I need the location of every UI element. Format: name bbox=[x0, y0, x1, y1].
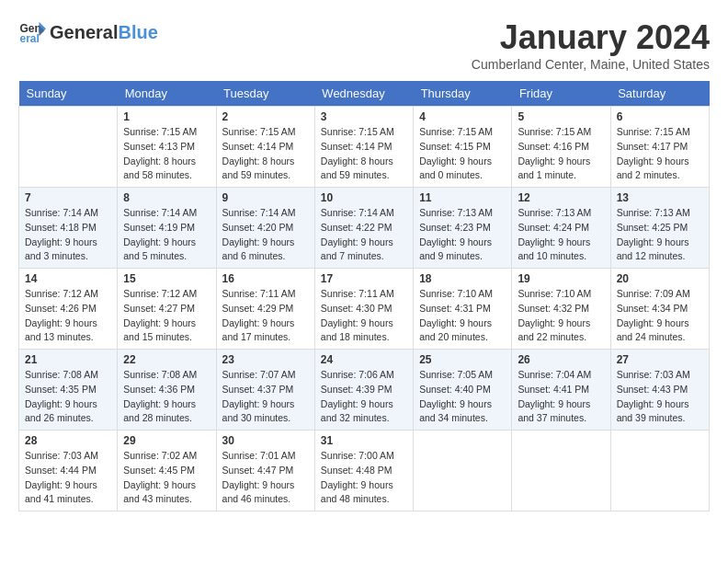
logo-blue-text: Blue bbox=[118, 22, 157, 43]
day-info: Sunrise: 7:10 AMSunset: 4:31 PMDaylight:… bbox=[419, 287, 506, 345]
day-number: 8 bbox=[123, 191, 210, 204]
day-number: 1 bbox=[123, 110, 210, 123]
page-header: Gen eral General Blue January 2024 Cumbe… bbox=[18, 18, 710, 72]
day-info: Sunrise: 7:09 AMSunset: 4:34 PMDaylight:… bbox=[617, 287, 703, 345]
day-number: 9 bbox=[222, 191, 309, 204]
logo: Gen eral General Blue bbox=[18, 18, 158, 46]
day-number: 24 bbox=[321, 353, 407, 366]
day-number: 13 bbox=[617, 191, 703, 204]
day-number: 23 bbox=[222, 353, 309, 366]
week-row-5: 28Sunrise: 7:03 AMSunset: 4:44 PMDayligh… bbox=[19, 431, 710, 511]
weekday-header-sunday: Sunday bbox=[19, 81, 118, 107]
calendar-cell: 21Sunrise: 7:08 AMSunset: 4:35 PMDayligh… bbox=[19, 350, 118, 431]
day-info: Sunrise: 7:13 AMSunset: 4:24 PMDaylight:… bbox=[518, 206, 604, 264]
day-info: Sunrise: 7:00 AMSunset: 4:48 PMDaylight:… bbox=[321, 449, 407, 507]
day-number: 6 bbox=[617, 110, 703, 123]
day-info: Sunrise: 7:14 AMSunset: 4:19 PMDaylight:… bbox=[123, 206, 210, 264]
day-number: 19 bbox=[518, 272, 604, 285]
day-info: Sunrise: 7:08 AMSunset: 4:36 PMDaylight:… bbox=[123, 368, 210, 426]
location-title: Cumberland Center, Maine, United States bbox=[472, 57, 710, 72]
day-number: 5 bbox=[518, 110, 604, 123]
calendar-cell: 24Sunrise: 7:06 AMSunset: 4:39 PMDayligh… bbox=[314, 350, 413, 431]
day-info: Sunrise: 7:14 AMSunset: 4:22 PMDaylight:… bbox=[321, 206, 407, 264]
logo-icon: Gen eral bbox=[18, 18, 46, 46]
logo-general-text: General bbox=[50, 22, 118, 43]
day-number: 26 bbox=[518, 353, 604, 366]
day-info: Sunrise: 7:14 AMSunset: 4:20 PMDaylight:… bbox=[222, 206, 309, 264]
day-info: Sunrise: 7:15 AMSunset: 4:15 PMDaylight:… bbox=[419, 125, 506, 183]
calendar-cell bbox=[19, 107, 118, 188]
day-number: 7 bbox=[25, 191, 111, 204]
day-info: Sunrise: 7:15 AMSunset: 4:14 PMDaylight:… bbox=[222, 125, 309, 183]
calendar-cell: 26Sunrise: 7:04 AMSunset: 4:41 PMDayligh… bbox=[512, 350, 610, 431]
calendar-cell: 13Sunrise: 7:13 AMSunset: 4:25 PMDayligh… bbox=[610, 188, 709, 269]
day-info: Sunrise: 7:02 AMSunset: 4:45 PMDaylight:… bbox=[123, 449, 210, 507]
day-number: 20 bbox=[617, 272, 703, 285]
day-number: 31 bbox=[321, 434, 407, 447]
day-number: 14 bbox=[25, 272, 111, 285]
calendar-cell: 1Sunrise: 7:15 AMSunset: 4:13 PMDaylight… bbox=[118, 107, 216, 188]
calendar-cell: 9Sunrise: 7:14 AMSunset: 4:20 PMDaylight… bbox=[216, 188, 314, 269]
month-title: January 2024 bbox=[472, 18, 710, 57]
calendar-cell: 25Sunrise: 7:05 AMSunset: 4:40 PMDayligh… bbox=[414, 350, 512, 431]
calendar-cell bbox=[610, 431, 709, 511]
title-block: January 2024 Cumberland Center, Maine, U… bbox=[472, 18, 710, 72]
calendar-cell: 3Sunrise: 7:15 AMSunset: 4:14 PMDaylight… bbox=[314, 107, 413, 188]
day-number: 21 bbox=[25, 353, 111, 366]
day-info: Sunrise: 7:11 AMSunset: 4:29 PMDaylight:… bbox=[222, 287, 309, 345]
day-number: 16 bbox=[222, 272, 309, 285]
calendar-cell: 31Sunrise: 7:00 AMSunset: 4:48 PMDayligh… bbox=[314, 431, 413, 511]
calendar-cell: 29Sunrise: 7:02 AMSunset: 4:45 PMDayligh… bbox=[118, 431, 216, 511]
day-info: Sunrise: 7:11 AMSunset: 4:30 PMDaylight:… bbox=[321, 287, 407, 345]
day-number: 25 bbox=[419, 353, 506, 366]
calendar-cell: 27Sunrise: 7:03 AMSunset: 4:43 PMDayligh… bbox=[610, 350, 709, 431]
calendar-cell: 4Sunrise: 7:15 AMSunset: 4:15 PMDaylight… bbox=[414, 107, 512, 188]
day-info: Sunrise: 7:13 AMSunset: 4:25 PMDaylight:… bbox=[617, 206, 703, 264]
calendar-table: SundayMondayTuesdayWednesdayThursdayFrid… bbox=[18, 81, 710, 511]
calendar-cell: 30Sunrise: 7:01 AMSunset: 4:47 PMDayligh… bbox=[216, 431, 314, 511]
day-info: Sunrise: 7:03 AMSunset: 4:43 PMDaylight:… bbox=[617, 368, 703, 426]
week-row-4: 21Sunrise: 7:08 AMSunset: 4:35 PMDayligh… bbox=[19, 350, 710, 431]
day-number: 22 bbox=[123, 353, 210, 366]
calendar-cell: 19Sunrise: 7:10 AMSunset: 4:32 PMDayligh… bbox=[512, 269, 610, 350]
calendar-cell: 8Sunrise: 7:14 AMSunset: 4:19 PMDaylight… bbox=[118, 188, 216, 269]
week-row-1: 1Sunrise: 7:15 AMSunset: 4:13 PMDaylight… bbox=[19, 107, 710, 188]
calendar-cell: 5Sunrise: 7:15 AMSunset: 4:16 PMDaylight… bbox=[512, 107, 610, 188]
weekday-header-saturday: Saturday bbox=[610, 81, 709, 107]
weekday-header-monday: Monday bbox=[118, 81, 216, 107]
calendar-cell: 7Sunrise: 7:14 AMSunset: 4:18 PMDaylight… bbox=[19, 188, 118, 269]
calendar-cell: 15Sunrise: 7:12 AMSunset: 4:27 PMDayligh… bbox=[118, 269, 216, 350]
day-info: Sunrise: 7:03 AMSunset: 4:44 PMDaylight:… bbox=[25, 449, 111, 507]
calendar-cell: 23Sunrise: 7:07 AMSunset: 4:37 PMDayligh… bbox=[216, 350, 314, 431]
calendar-cell bbox=[414, 431, 512, 511]
calendar-cell: 22Sunrise: 7:08 AMSunset: 4:36 PMDayligh… bbox=[118, 350, 216, 431]
day-number: 15 bbox=[123, 272, 210, 285]
calendar-cell: 11Sunrise: 7:13 AMSunset: 4:23 PMDayligh… bbox=[414, 188, 512, 269]
day-info: Sunrise: 7:10 AMSunset: 4:32 PMDaylight:… bbox=[518, 287, 604, 345]
day-number: 30 bbox=[222, 434, 309, 447]
day-info: Sunrise: 7:15 AMSunset: 4:14 PMDaylight:… bbox=[321, 125, 407, 183]
day-number: 10 bbox=[321, 191, 407, 204]
weekday-header-thursday: Thursday bbox=[414, 81, 512, 107]
weekday-header-wednesday: Wednesday bbox=[314, 81, 413, 107]
day-info: Sunrise: 7:01 AMSunset: 4:47 PMDaylight:… bbox=[222, 449, 309, 507]
calendar-cell bbox=[512, 431, 610, 511]
day-info: Sunrise: 7:07 AMSunset: 4:37 PMDaylight:… bbox=[222, 368, 309, 426]
calendar-cell: 17Sunrise: 7:11 AMSunset: 4:30 PMDayligh… bbox=[314, 269, 413, 350]
calendar-cell: 20Sunrise: 7:09 AMSunset: 4:34 PMDayligh… bbox=[610, 269, 709, 350]
calendar-cell: 16Sunrise: 7:11 AMSunset: 4:29 PMDayligh… bbox=[216, 269, 314, 350]
day-info: Sunrise: 7:14 AMSunset: 4:18 PMDaylight:… bbox=[25, 206, 111, 264]
calendar-cell: 14Sunrise: 7:12 AMSunset: 4:26 PMDayligh… bbox=[19, 269, 118, 350]
calendar-cell: 6Sunrise: 7:15 AMSunset: 4:17 PMDaylight… bbox=[610, 107, 709, 188]
svg-text:eral: eral bbox=[20, 32, 40, 45]
day-number: 17 bbox=[321, 272, 407, 285]
day-info: Sunrise: 7:15 AMSunset: 4:17 PMDaylight:… bbox=[617, 125, 703, 183]
day-number: 28 bbox=[25, 434, 111, 447]
weekday-header-tuesday: Tuesday bbox=[216, 81, 314, 107]
day-number: 2 bbox=[222, 110, 309, 123]
day-info: Sunrise: 7:12 AMSunset: 4:27 PMDaylight:… bbox=[123, 287, 210, 345]
day-number: 3 bbox=[321, 110, 407, 123]
calendar-cell: 2Sunrise: 7:15 AMSunset: 4:14 PMDaylight… bbox=[216, 107, 314, 188]
day-number: 11 bbox=[419, 191, 506, 204]
day-info: Sunrise: 7:05 AMSunset: 4:40 PMDaylight:… bbox=[419, 368, 506, 426]
